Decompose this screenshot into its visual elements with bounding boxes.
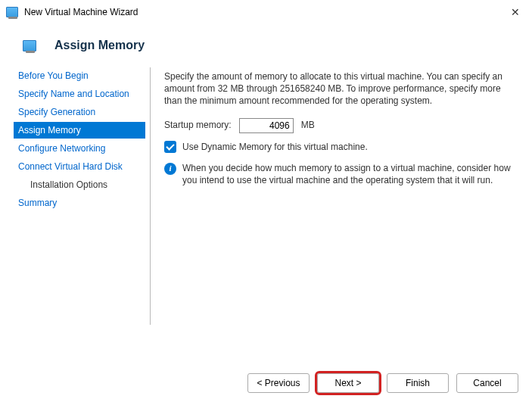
- startup-memory-row: Startup memory: MB: [164, 118, 514, 133]
- app-icon: [6, 7, 18, 17]
- startup-memory-unit: MB: [301, 119, 315, 131]
- window-title: New Virtual Machine Wizard: [24, 7, 138, 17]
- next-button[interactable]: Next >: [317, 373, 379, 393]
- close-icon[interactable]: ✕: [506, 5, 524, 20]
- wizard-footer: < Previous Next > Finish Cancel: [247, 373, 518, 393]
- wizard-icon: [23, 40, 36, 51]
- content-pane: Specify the amount of memory to allocate…: [151, 67, 518, 325]
- startup-memory-label: Startup memory:: [164, 119, 232, 131]
- info-text: When you decide how much memory to assig…: [182, 162, 514, 186]
- finish-button[interactable]: Finish: [387, 373, 449, 393]
- titlebar: New Virtual Machine Wizard ✕: [0, 0, 532, 25]
- sidebar-item-installation-options[interactable]: Installation Options: [14, 176, 145, 193]
- dynamic-memory-row: Use Dynamic Memory for this virtual mach…: [164, 141, 514, 153]
- sidebar-item-configure-networking[interactable]: Configure Networking: [14, 140, 145, 157]
- sidebar-item-connect-vhd[interactable]: Connect Virtual Hard Disk: [14, 158, 145, 175]
- sidebar-item-assign-memory[interactable]: Assign Memory: [14, 122, 145, 139]
- dynamic-memory-label: Use Dynamic Memory for this virtual mach…: [182, 141, 368, 153]
- info-icon: i: [164, 163, 176, 175]
- dynamic-memory-checkbox[interactable]: [164, 141, 176, 153]
- page-title: Assign Memory: [54, 39, 145, 52]
- sidebar-item-specify-name[interactable]: Specify Name and Location: [14, 86, 145, 102]
- wizard-steps-sidebar: Before You Begin Specify Name and Locati…: [14, 67, 151, 325]
- previous-button[interactable]: < Previous: [247, 373, 310, 393]
- info-row: i When you decide how much memory to ass…: [164, 162, 514, 186]
- sidebar-item-summary[interactable]: Summary: [14, 195, 145, 211]
- cancel-button[interactable]: Cancel: [456, 373, 518, 393]
- sidebar-item-before-you-begin[interactable]: Before You Begin: [14, 67, 145, 84]
- intro-text: Specify the amount of memory to allocate…: [164, 70, 514, 108]
- startup-memory-input[interactable]: [239, 118, 294, 133]
- sidebar-item-specify-generation[interactable]: Specify Generation: [14, 104, 145, 120]
- page-header: Assign Memory: [0, 25, 532, 67]
